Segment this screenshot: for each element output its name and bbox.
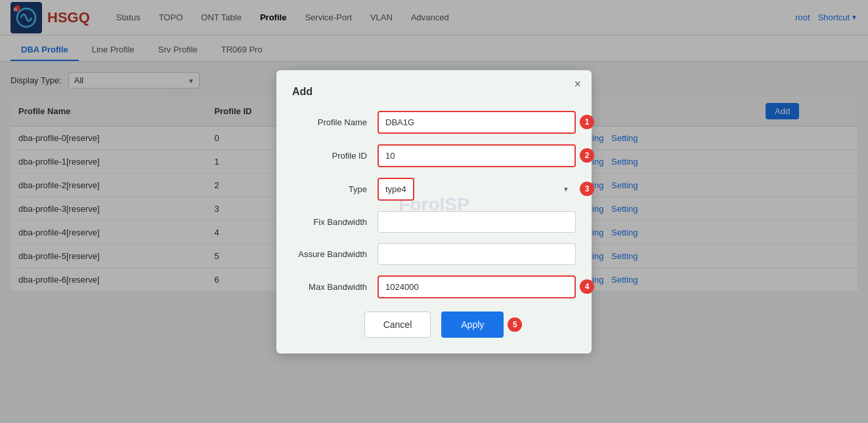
profile-id-row: Profile ID 2 bbox=[292, 144, 576, 167]
profile-id-label: Profile ID bbox=[292, 151, 378, 161]
step-1-badge: 1 bbox=[580, 115, 594, 129]
modal-title: Add bbox=[292, 86, 576, 98]
type-select[interactable]: type1 type2 type3 type4 type5 bbox=[378, 178, 414, 201]
type-select-wrapper: type1 type2 type3 type4 type5 bbox=[378, 178, 576, 201]
profile-name-label: Profile Name bbox=[292, 117, 378, 127]
assure-bandwidth-row: Assure Bandwidth bbox=[292, 243, 576, 265]
max-bandwidth-row: Max Bandwidth 4 bbox=[292, 275, 576, 298]
max-bandwidth-label: Max Bandwidth bbox=[292, 282, 378, 292]
fix-bandwidth-label: Fix Bandwidth bbox=[292, 217, 378, 227]
profile-name-input[interactable] bbox=[378, 111, 576, 134]
modal-form: ForoISP Profile Name 1 Profile ID 2 Type… bbox=[292, 111, 576, 298]
fix-bandwidth-row: Fix Bandwidth bbox=[292, 211, 576, 233]
type-row: Type type1 type2 type3 type4 type5 3 bbox=[292, 178, 576, 201]
step-2-badge: 2 bbox=[580, 148, 594, 163]
max-bandwidth-input[interactable] bbox=[378, 275, 576, 298]
profile-id-input[interactable] bbox=[378, 144, 576, 167]
assure-bandwidth-label: Assure Bandwidth bbox=[292, 249, 378, 259]
modal-overlay: Add × ForoISP Profile Name 1 Profile ID … bbox=[0, 0, 868, 302]
assure-bandwidth-input[interactable] bbox=[378, 243, 576, 265]
step-4-badge: 4 bbox=[580, 279, 594, 294]
step-3-badge: 3 bbox=[580, 182, 594, 196]
add-modal: Add × ForoISP Profile Name 1 Profile ID … bbox=[276, 70, 592, 303]
modal-close-button[interactable]: × bbox=[574, 78, 581, 90]
profile-name-row: Profile Name 1 bbox=[292, 111, 576, 134]
type-label: Type bbox=[292, 184, 378, 194]
fix-bandwidth-input[interactable] bbox=[378, 211, 576, 233]
